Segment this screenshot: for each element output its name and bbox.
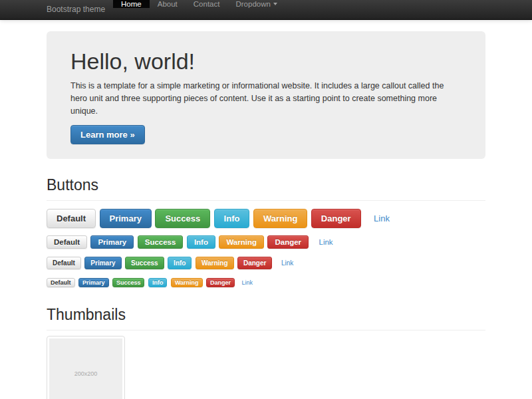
nav-item-dropdown[interactable]: Dropdown <box>227 0 285 8</box>
navbar-brand[interactable]: Bootstrap theme <box>47 0 105 19</box>
navbar-menu: Home About Contact Dropdown <box>113 0 285 19</box>
button-danger-default[interactable]: Danger <box>267 235 309 249</box>
button-default-large[interactable]: Default <box>47 209 96 228</box>
button-primary-small[interactable]: Primary <box>84 257 121 269</box>
button-warning-xsmall[interactable]: Warning <box>171 278 203 287</box>
button-link-xsmall[interactable]: Link <box>238 279 256 287</box>
button-link-small[interactable]: Link <box>276 257 299 269</box>
button-primary-default[interactable]: Primary <box>90 235 134 249</box>
button-success-large[interactable]: Success <box>155 209 210 228</box>
button-warning-default[interactable]: Warning <box>219 235 264 249</box>
button-success-xsmall[interactable]: Success <box>112 278 145 287</box>
button-default-xsmall[interactable]: Default <box>47 278 75 287</box>
hero-title: Hello, world! <box>70 49 462 74</box>
button-row-xsmall: Default Primary Success Info Warning Dan… <box>47 277 485 289</box>
button-info-default[interactable]: Info <box>187 235 215 249</box>
button-success-default[interactable]: Success <box>138 235 184 249</box>
button-danger-large[interactable]: Danger <box>311 209 361 228</box>
placeholder-image: 200x200 <box>49 338 122 399</box>
nav-item-dropdown-label: Dropdown <box>235 0 270 8</box>
button-success-small[interactable]: Success <box>125 257 164 269</box>
button-warning-large[interactable]: Warning <box>253 209 308 228</box>
learn-more-button[interactable]: Learn more » <box>70 125 145 144</box>
placeholder-label: 200x200 <box>74 370 98 377</box>
button-row-default: Default Primary Success Info Warning Dan… <box>47 235 485 249</box>
button-row-small: Default Primary Success Info Warning Dan… <box>47 256 485 269</box>
hero-description: This is a template for a simple marketin… <box>70 80 462 117</box>
button-primary-xsmall[interactable]: Primary <box>78 278 109 287</box>
thumbnails-section-header: Thumbnails <box>47 306 485 331</box>
buttons-heading: Buttons <box>47 176 485 194</box>
button-warning-small[interactable]: Warning <box>196 257 234 269</box>
hero-unit: Hello, world! This is a template for a s… <box>47 31 485 159</box>
button-info-large[interactable]: Info <box>214 209 250 228</box>
button-info-small[interactable]: Info <box>168 257 192 269</box>
button-link-large[interactable]: Link <box>364 209 399 227</box>
button-row-large: Default Primary Success Info Warning Dan… <box>47 209 485 228</box>
button-danger-xsmall[interactable]: Danger <box>206 278 235 287</box>
button-link-default[interactable]: Link <box>313 236 340 248</box>
button-info-xsmall[interactable]: Info <box>148 278 168 287</box>
thumbnails-heading: Thumbnails <box>47 306 485 324</box>
nav-item-about[interactable]: About <box>150 0 186 8</box>
nav-item-home[interactable]: Home <box>113 0 150 8</box>
buttons-section-header: Buttons <box>47 176 485 201</box>
button-default-default[interactable]: Default <box>47 235 87 249</box>
button-default-small[interactable]: Default <box>47 257 81 269</box>
nav-item-contact[interactable]: Contact <box>186 0 228 8</box>
button-primary-large[interactable]: Primary <box>100 209 152 228</box>
thumbnail-item[interactable]: 200x200 <box>47 336 125 399</box>
caret-down-icon <box>273 3 277 5</box>
button-danger-small[interactable]: Danger <box>237 257 272 269</box>
top-navbar: Bootstrap theme Home About Contact Dropd… <box>0 0 532 20</box>
